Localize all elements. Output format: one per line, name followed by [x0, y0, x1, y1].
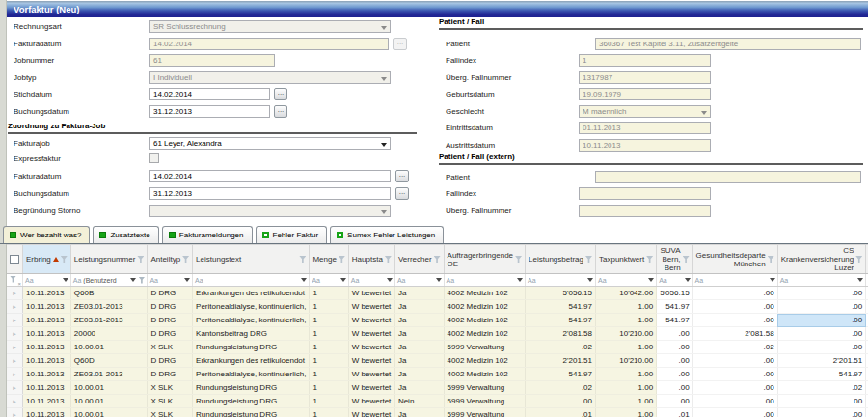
grid-cell[interactable]: 1: [310, 327, 348, 341]
active-filter-funnel-icon[interactable]: [138, 277, 145, 284]
grid-cell[interactable]: Rundungsleistung DRG: [193, 381, 310, 395]
grid-cell[interactable]: .01: [657, 408, 692, 417]
grid-cell[interactable]: .00: [657, 341, 692, 354]
grid-cell[interactable]: 1.00: [596, 368, 657, 381]
grid-column-header-verrecher[interactable]: Verrecher: [394, 245, 444, 274]
stichdatum-browse-button[interactable]: ...: [274, 88, 287, 100]
stichdatum-input[interactable]: 14.02.2014: [149, 88, 270, 100]
grid-cell[interactable]: 1: [310, 354, 348, 368]
row-selector[interactable]: ▸: [7, 314, 23, 327]
jobnummer-input[interactable]: 61: [149, 54, 275, 67]
grid-cell[interactable]: 1: [310, 381, 348, 395]
grid-cell[interactable]: 1: [310, 368, 348, 381]
grid-cell[interactable]: Ja: [394, 314, 444, 327]
grid-cell[interactable]: 5999 Verwaltung: [444, 341, 526, 354]
grid-cell[interactable]: .00: [657, 395, 692, 408]
geburtsdatum-input[interactable]: 19.09.1979: [579, 88, 711, 100]
rechnungsart-select[interactable]: SR Schlussrechnung: [149, 20, 391, 33]
grid-cell[interactable]: 2'201.51: [526, 354, 596, 368]
buchungsdatum-browse-button[interactable]: ...: [274, 105, 287, 118]
grid-cell[interactable]: 10.00.01: [70, 381, 148, 395]
grid-cell[interactable]: 4002 Medizin 102: [444, 354, 526, 368]
grid-column-header-leistungsnummer[interactable]: Leistungsnummer: [70, 245, 148, 274]
grid-cell[interactable]: .00: [692, 300, 777, 314]
zuordnung-buchungsdatum-input[interactable]: 31.12.2013: [149, 187, 391, 200]
grid-cell[interactable]: 10.11.2013: [23, 287, 71, 300]
grid-column-header-suva_bern[interactable]: SUVA Bern, Bern: [657, 245, 692, 274]
grid-cell[interactable]: D DRG: [148, 300, 193, 314]
grid-cell[interactable]: W bewertet: [348, 381, 394, 395]
grid-cell[interactable]: D DRG: [148, 314, 193, 327]
grid-cell[interactable]: .00: [777, 341, 866, 354]
grid-cell[interactable]: W bewertet: [348, 408, 394, 417]
ueberg-fallnummer-extern-input[interactable]: [579, 205, 711, 217]
grid-column-header-erbring[interactable]: Erbring: [23, 245, 71, 274]
grid-cell[interactable]: 2'081.58: [526, 327, 596, 341]
grid-cell[interactable]: 1: [310, 314, 348, 327]
grid-cell[interactable]: .00: [777, 408, 866, 417]
grid-cell[interactable]: Peritonealdialyse, kontinuierlich,: [193, 300, 310, 314]
austrittsdatum-input[interactable]: 10.11.2013: [579, 139, 711, 152]
grid-cell[interactable]: Q60D: [70, 354, 148, 368]
grid-cell[interactable]: .02: [526, 381, 596, 395]
grid-filter-auftragerbringende_oe[interactable]: Aa: [444, 274, 526, 287]
grid-cell[interactable]: 1.00: [596, 381, 657, 395]
grid-cell[interactable]: 10.11.2013: [23, 341, 71, 354]
row-selector[interactable]: ▸: [7, 341, 23, 354]
grid-cell[interactable]: ZE03.01-2013: [70, 368, 148, 381]
grid-cell[interactable]: .01: [526, 408, 596, 417]
grid-cell[interactable]: W bewertet: [348, 314, 394, 327]
grid-cell[interactable]: .00: [692, 368, 777, 381]
column-chooser-button[interactable]: [7, 245, 23, 274]
grid-cell[interactable]: 541.97: [526, 314, 596, 327]
fakturadatum-input[interactable]: 14.02.2014: [149, 38, 389, 50]
grid-cell[interactable]: Erkrankungen des retikuloendot: [193, 287, 310, 300]
grid-cell[interactable]: D DRG: [148, 354, 193, 368]
grid-cell[interactable]: .00: [777, 300, 866, 314]
grid-filter-hauptsta[interactable]: Aa: [348, 274, 394, 287]
grid-cell[interactable]: Nein: [394, 395, 444, 408]
grid-cell[interactable]: 541.97: [526, 368, 596, 381]
grid-cell[interactable]: 10.00.01: [70, 408, 148, 417]
grid-cell[interactable]: .00: [692, 381, 777, 395]
grid-cell[interactable]: .00: [526, 395, 596, 408]
grid-cell[interactable]: Peritonealdialyse, kontinuierlich,: [193, 314, 310, 327]
grid-cell[interactable]: Peritonealdialyse, kontinuierlich,: [193, 368, 310, 381]
grid-cell[interactable]: 1.00: [596, 314, 657, 327]
grid-cell[interactable]: .00: [692, 408, 777, 417]
grid-cell[interactable]: X SLK: [148, 395, 193, 408]
filter-icon[interactable]: [434, 256, 441, 263]
grid-cell[interactable]: 5'056.15: [526, 287, 596, 300]
grid-cell[interactable]: 10.00.01: [70, 395, 148, 408]
grid-cell[interactable]: 541.97: [526, 300, 596, 314]
zuordnung-fakturadatum-browse-button[interactable]: ...: [395, 170, 409, 182]
grid-cell[interactable]: .00: [777, 287, 866, 300]
grid-column-header-hauptsta[interactable]: Hauptsta: [348, 245, 394, 274]
grid-cell[interactable]: W bewertet: [348, 368, 394, 381]
grid-cell[interactable]: X SLK: [148, 381, 193, 395]
grid-cell[interactable]: 5'056.15: [657, 287, 692, 300]
row-selector[interactable]: ▸: [7, 354, 23, 368]
buchungsdatum-input[interactable]: 31.12.2013: [149, 105, 270, 118]
geschlecht-select[interactable]: M maennlich: [579, 105, 711, 118]
filter-icon[interactable]: [61, 256, 68, 263]
grid-cell[interactable]: .00: [692, 395, 777, 408]
grid-cell[interactable]: .02: [777, 381, 866, 395]
grid-cell[interactable]: Kantonsbeitrag DRG: [193, 327, 310, 341]
filter-icon[interactable]: [182, 256, 189, 263]
grid-cell[interactable]: 541.97: [657, 314, 692, 327]
grid-cell[interactable]: D DRG: [148, 368, 193, 381]
grid-column-header-leistungsbetrag[interactable]: Leistungsbetrag: [526, 245, 596, 274]
grid-cell[interactable]: .00: [657, 354, 692, 368]
grid-cell[interactable]: Ja: [394, 408, 444, 417]
filter-icon[interactable]: [515, 256, 522, 263]
grid-cell[interactable]: 20000: [70, 327, 148, 341]
grid-cell[interactable]: Ja: [394, 300, 444, 314]
grid-column-header-auftragerbringende_oe[interactable]: Auftragerbringende OE: [444, 245, 526, 274]
grid-cell[interactable]: 541.97: [657, 300, 692, 314]
grid-cell[interactable]: 10.11.2013: [23, 368, 71, 381]
grid-filter-leistungsnummer[interactable]: Aa(Benutzerd: [70, 274, 148, 287]
grid-cell[interactable]: 2'201.51: [777, 354, 866, 368]
grid-cell[interactable]: ZE03.01-2013: [70, 314, 148, 327]
grid-cell[interactable]: 1.00: [596, 408, 657, 417]
